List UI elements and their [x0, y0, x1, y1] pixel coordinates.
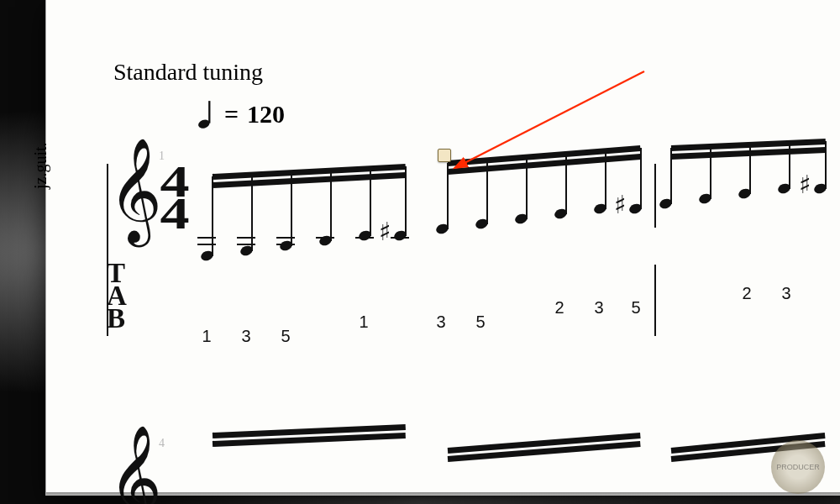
barline — [654, 265, 656, 336]
section-marker[interactable] — [438, 149, 451, 162]
tab-fret[interactable]: 2 — [553, 298, 565, 318]
tab-letter-b: B — [107, 308, 125, 329]
stem — [330, 171, 332, 241]
sharp-icon: ♯ — [799, 172, 811, 197]
tempo-bpm: 120 — [247, 100, 285, 129]
tab-fret[interactable]: 2 — [740, 284, 753, 303]
stem — [640, 148, 642, 209]
stem — [370, 168, 371, 236]
stem — [789, 143, 790, 189]
stem — [291, 172, 292, 246]
stem — [565, 154, 567, 214]
barline — [654, 164, 656, 228]
tab-fret[interactable]: 3 — [239, 327, 252, 346]
quarter-note-icon — [197, 99, 216, 129]
stem — [605, 150, 606, 209]
tuning-label: Standard tuning — [113, 59, 263, 86]
tempo-marking[interactable]: = 120 — [197, 99, 285, 129]
stem — [710, 146, 711, 199]
stem — [749, 144, 751, 194]
tab-fret[interactable]: 5 — [629, 298, 642, 318]
tab-fret[interactable]: 5 — [474, 312, 486, 332]
watermark-logo: PRODUCER — [771, 440, 825, 494]
timesig-denominator: 4 — [160, 189, 189, 239]
tab-fret[interactable]: 1 — [200, 327, 213, 346]
stem — [251, 175, 253, 251]
svg-rect-1 — [208, 101, 210, 123]
score-page: Standard tuning = 120 jz.guit. 1 𝄞 4 4 T… — [45, 0, 840, 496]
tempo-equals: = — [224, 100, 239, 129]
tab-fret[interactable]: 3 — [592, 298, 605, 318]
sharp-icon: ♯ — [379, 219, 391, 244]
stem — [486, 160, 488, 224]
treble-clef-icon: 𝄞 — [108, 145, 162, 236]
tab-fret[interactable]: 3 — [780, 284, 792, 303]
stem — [526, 157, 528, 219]
sharp-icon: ♯ — [614, 192, 627, 218]
track-label: jz.guit. — [31, 142, 50, 189]
stem — [405, 166, 407, 236]
tab-fret[interactable]: 5 — [279, 327, 291, 346]
tab-fret[interactable]: 1 — [357, 312, 370, 332]
stem — [670, 148, 672, 204]
treble-clef-icon: 𝄞 — [108, 433, 162, 504]
tab-fret[interactable]: 3 — [434, 312, 447, 332]
stem — [825, 141, 827, 189]
stem — [447, 163, 449, 229]
stem — [212, 176, 213, 256]
